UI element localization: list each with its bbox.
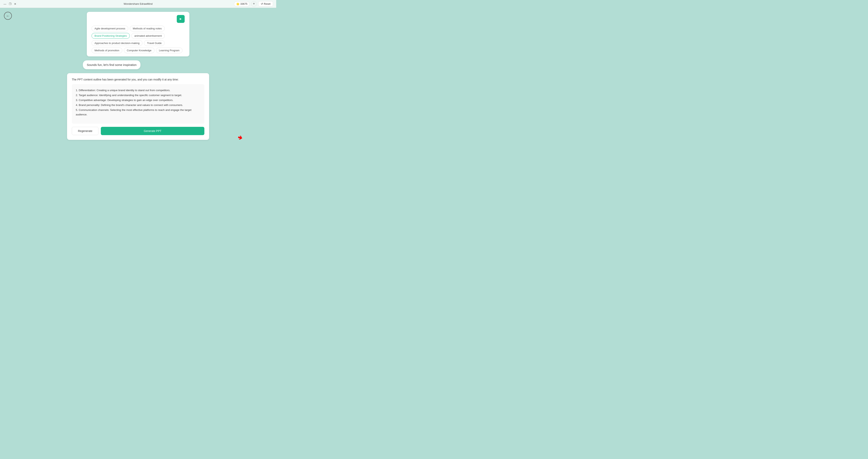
generated-header: The PPT content outline has been generat… xyxy=(72,78,205,81)
topic-card: ► Agile development processMethods of re… xyxy=(87,12,189,56)
chip-methods-of-reading-notes[interactable]: Methods of reading notes xyxy=(130,26,165,31)
topic-input[interactable] xyxy=(92,18,175,21)
chip-animated-advertisement[interactable]: animated advertisement xyxy=(131,33,165,39)
generated-card: The PPT content outline has been generat… xyxy=(67,73,209,140)
back-button[interactable]: ← xyxy=(4,12,12,20)
chip-methods-of-promotion[interactable]: Methods of promotion xyxy=(92,48,122,53)
center-column: ► Agile development processMethods of re… xyxy=(4,12,272,140)
add-points-button[interactable]: + xyxy=(251,1,257,7)
title-bar-right: 🌟 33675 + ↺ Reset xyxy=(234,1,273,7)
generate-ppt-button[interactable]: Generate PPT xyxy=(101,127,205,135)
topic-chips: Agile development processMethods of read… xyxy=(92,26,185,53)
title-bar: — ❐ ✕ Wondershare EdrawMind 🌟 33675 + ↺ … xyxy=(0,0,276,8)
generated-item: 1. Differentiation: Creating a unique br… xyxy=(76,88,200,93)
close-button[interactable]: ✕ xyxy=(13,2,17,6)
points-icon: 🌟 xyxy=(236,2,240,5)
window-controls: — ❐ ✕ xyxy=(3,2,17,6)
points-value: 33675 xyxy=(240,2,247,5)
reset-button[interactable]: ↺ Reset xyxy=(258,1,273,6)
minimize-button[interactable]: — xyxy=(3,2,7,6)
chip-computer-knowledge[interactable]: Computer Knowledge xyxy=(124,48,154,53)
send-button[interactable]: ► xyxy=(177,15,185,23)
fun-bubble: Sounds fun, let's find some inspiration xyxy=(83,60,141,69)
chip-learning-program[interactable]: Learning Program xyxy=(156,48,183,53)
regenerate-button[interactable]: Regenerate xyxy=(72,127,98,135)
app-title: Wondershare EdrawMind xyxy=(124,2,153,5)
chip-agile-development-process[interactable]: Agile development process xyxy=(92,26,128,31)
chip-approaches-to-product-decision-making[interactable]: Approaches to product decision-making xyxy=(92,40,143,46)
maximize-button[interactable]: ❐ xyxy=(8,2,12,6)
chip-brand-positioning-strategies[interactable]: Brand Positioning Strategies xyxy=(92,33,130,39)
generated-item: 3. Competitive advantage: Developing str… xyxy=(76,98,200,102)
generated-item: 5. Communication channels: Selecting the… xyxy=(76,108,200,117)
generated-content: 1. Differentiation: Creating a unique br… xyxy=(72,84,205,124)
reset-label: Reset xyxy=(264,2,271,5)
action-row: Regenerate Generate PPT xyxy=(72,127,205,135)
chip-travel-guide[interactable]: Travel Guide xyxy=(144,40,164,46)
reset-icon: ↺ xyxy=(261,2,263,5)
topic-input-row: ► xyxy=(92,15,185,23)
points-badge: 🌟 33675 xyxy=(234,1,250,6)
generated-item: 2. Target audience: Identifying and unde… xyxy=(76,93,200,98)
main-content: ← ► Agile development processMethods of … xyxy=(0,8,276,146)
generated-item: 4. Brand personality: Defining the brand… xyxy=(76,103,200,108)
